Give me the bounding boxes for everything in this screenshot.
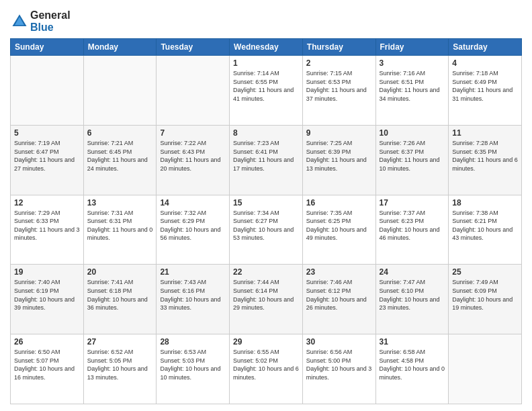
- cell-info: Sunrise: 6:52 AM Sunset: 5:05 PM Dayligh…: [87, 348, 153, 381]
- calendar-cell: 5Sunrise: 7:19 AM Sunset: 6:47 PM Daylig…: [11, 125, 84, 195]
- calendar-cell: 11Sunrise: 7:28 AM Sunset: 6:35 PM Dayli…: [449, 125, 522, 195]
- cell-info: Sunrise: 7:16 AM Sunset: 6:51 PM Dayligh…: [380, 69, 445, 103]
- cell-info: Sunrise: 7:15 AM Sunset: 6:53 PM Dayligh…: [306, 69, 372, 103]
- calendar-cell: 15Sunrise: 7:34 AM Sunset: 6:27 PM Dayli…: [230, 195, 303, 265]
- logo-text: General Blue: [30, 9, 71, 33]
- calendar-week-row: 5Sunrise: 7:19 AM Sunset: 6:47 PM Daylig…: [11, 125, 522, 195]
- day-number: 28: [160, 337, 226, 347]
- day-number: 9: [306, 128, 372, 138]
- calendar-cell: 27Sunrise: 6:52 AM Sunset: 5:05 PM Dayli…: [83, 334, 157, 404]
- weekday-header: Tuesday: [157, 39, 230, 56]
- cell-info: Sunrise: 7:49 AM Sunset: 6:09 PM Dayligh…: [452, 278, 518, 312]
- cell-info: Sunrise: 7:40 AM Sunset: 6:19 PM Dayligh…: [14, 278, 80, 312]
- cell-info: Sunrise: 7:19 AM Sunset: 6:47 PM Dayligh…: [14, 139, 80, 173]
- day-number: 23: [306, 267, 372, 277]
- cell-info: Sunrise: 6:56 AM Sunset: 5:00 PM Dayligh…: [306, 348, 372, 381]
- cell-info: Sunrise: 7:38 AM Sunset: 6:21 PM Dayligh…: [452, 209, 518, 242]
- cell-info: Sunrise: 6:50 AM Sunset: 5:07 PM Dayligh…: [14, 348, 80, 381]
- cell-info: Sunrise: 7:34 AM Sunset: 6:27 PM Dayligh…: [233, 209, 299, 242]
- calendar-cell: 7Sunrise: 7:22 AM Sunset: 6:43 PM Daylig…: [157, 125, 230, 195]
- cell-info: Sunrise: 7:21 AM Sunset: 6:45 PM Dayligh…: [87, 139, 153, 173]
- day-number: 15: [233, 198, 299, 208]
- day-number: 6: [87, 128, 153, 138]
- calendar-cell: 8Sunrise: 7:23 AM Sunset: 6:41 PM Daylig…: [230, 125, 303, 195]
- calendar-cell: 4Sunrise: 7:18 AM Sunset: 6:49 PM Daylig…: [449, 56, 522, 126]
- logo: General Blue: [10, 9, 71, 33]
- weekday-header: Sunday: [11, 39, 84, 56]
- cell-info: Sunrise: 7:35 AM Sunset: 6:25 PM Dayligh…: [306, 209, 372, 242]
- cell-info: Sunrise: 7:31 AM Sunset: 6:31 PM Dayligh…: [87, 209, 153, 242]
- day-number: 3: [380, 58, 445, 68]
- calendar-cell: 17Sunrise: 7:37 AM Sunset: 6:23 PM Dayli…: [375, 195, 449, 265]
- header: General Blue: [10, 7, 522, 33]
- calendar-cell: [157, 56, 230, 126]
- weekday-header: Saturday: [449, 39, 522, 56]
- cell-info: Sunrise: 7:32 AM Sunset: 6:29 PM Dayligh…: [160, 209, 226, 242]
- cell-info: Sunrise: 6:58 AM Sunset: 4:58 PM Dayligh…: [380, 348, 445, 381]
- calendar-cell: 22Sunrise: 7:44 AM Sunset: 6:14 PM Dayli…: [230, 265, 303, 334]
- cell-info: Sunrise: 7:22 AM Sunset: 6:43 PM Dayligh…: [160, 139, 226, 173]
- day-number: 24: [380, 267, 445, 277]
- cell-info: Sunrise: 7:47 AM Sunset: 6:10 PM Dayligh…: [380, 278, 445, 312]
- cell-info: Sunrise: 6:53 AM Sunset: 5:03 PM Dayligh…: [160, 348, 226, 381]
- calendar-cell: 26Sunrise: 6:50 AM Sunset: 5:07 PM Dayli…: [11, 334, 84, 404]
- day-number: 19: [14, 267, 80, 277]
- day-number: 10: [380, 128, 445, 138]
- weekday-header: Friday: [375, 39, 449, 56]
- cell-info: Sunrise: 7:18 AM Sunset: 6:49 PM Dayligh…: [452, 69, 518, 103]
- page: General Blue SundayMondayTuesdayWednesda…: [0, 0, 532, 411]
- calendar-cell: 2Sunrise: 7:15 AM Sunset: 6:53 PM Daylig…: [302, 56, 375, 126]
- calendar-cell: [449, 334, 522, 404]
- calendar-table: SundayMondayTuesdayWednesdayThursdayFrid…: [10, 38, 522, 404]
- day-number: 27: [87, 337, 153, 347]
- calendar-cell: 14Sunrise: 7:32 AM Sunset: 6:29 PM Dayli…: [157, 195, 230, 265]
- day-number: 30: [306, 337, 372, 347]
- calendar-cell: 16Sunrise: 7:35 AM Sunset: 6:25 PM Dayli…: [302, 195, 375, 265]
- cell-info: Sunrise: 7:43 AM Sunset: 6:16 PM Dayligh…: [160, 278, 226, 312]
- day-number: 21: [160, 267, 226, 277]
- day-number: 20: [87, 267, 153, 277]
- calendar-cell: 30Sunrise: 6:56 AM Sunset: 5:00 PM Dayli…: [302, 334, 375, 404]
- calendar-cell: 6Sunrise: 7:21 AM Sunset: 6:45 PM Daylig…: [83, 125, 157, 195]
- cell-info: Sunrise: 7:37 AM Sunset: 6:23 PM Dayligh…: [380, 209, 445, 242]
- cell-info: Sunrise: 7:44 AM Sunset: 6:14 PM Dayligh…: [233, 278, 299, 312]
- day-number: 14: [160, 198, 226, 208]
- day-number: 12: [14, 198, 80, 208]
- cell-info: Sunrise: 7:23 AM Sunset: 6:41 PM Dayligh…: [233, 139, 299, 173]
- calendar-cell: 10Sunrise: 7:26 AM Sunset: 6:37 PM Dayli…: [375, 125, 449, 195]
- calendar-cell: 25Sunrise: 7:49 AM Sunset: 6:09 PM Dayli…: [449, 265, 522, 334]
- calendar-cell: 13Sunrise: 7:31 AM Sunset: 6:31 PM Dayli…: [83, 195, 157, 265]
- day-number: 4: [452, 58, 518, 68]
- day-number: 7: [160, 128, 226, 138]
- calendar-week-row: 26Sunrise: 6:50 AM Sunset: 5:07 PM Dayli…: [11, 334, 522, 404]
- cell-info: Sunrise: 7:26 AM Sunset: 6:37 PM Dayligh…: [380, 139, 445, 173]
- calendar-cell: [11, 56, 84, 126]
- day-number: 1: [233, 58, 299, 68]
- calendar-cell: 28Sunrise: 6:53 AM Sunset: 5:03 PM Dayli…: [157, 334, 230, 404]
- calendar-cell: 12Sunrise: 7:29 AM Sunset: 6:33 PM Dayli…: [11, 195, 84, 265]
- day-number: 5: [14, 128, 80, 138]
- day-number: 29: [233, 337, 299, 347]
- logo-icon: [10, 12, 29, 31]
- cell-info: Sunrise: 7:25 AM Sunset: 6:39 PM Dayligh…: [306, 139, 372, 173]
- cell-info: Sunrise: 6:55 AM Sunset: 5:02 PM Dayligh…: [233, 348, 299, 381]
- weekday-header: Monday: [83, 39, 157, 56]
- calendar-cell: [83, 56, 157, 126]
- cell-info: Sunrise: 7:14 AM Sunset: 6:55 PM Dayligh…: [233, 69, 299, 103]
- weekday-header-row: SundayMondayTuesdayWednesdayThursdayFrid…: [11, 39, 522, 56]
- weekday-header: Wednesday: [230, 39, 303, 56]
- calendar-cell: 23Sunrise: 7:46 AM Sunset: 6:12 PM Dayli…: [302, 265, 375, 334]
- day-number: 26: [14, 337, 80, 347]
- calendar-cell: 20Sunrise: 7:41 AM Sunset: 6:18 PM Dayli…: [83, 265, 157, 334]
- cell-info: Sunrise: 7:29 AM Sunset: 6:33 PM Dayligh…: [14, 209, 80, 242]
- calendar-cell: 29Sunrise: 6:55 AM Sunset: 5:02 PM Dayli…: [230, 334, 303, 404]
- cell-info: Sunrise: 7:46 AM Sunset: 6:12 PM Dayligh…: [306, 278, 372, 312]
- calendar-week-row: 12Sunrise: 7:29 AM Sunset: 6:33 PM Dayli…: [11, 195, 522, 265]
- day-number: 31: [380, 337, 445, 347]
- day-number: 2: [306, 58, 372, 68]
- calendar-cell: 3Sunrise: 7:16 AM Sunset: 6:51 PM Daylig…: [375, 56, 449, 126]
- calendar-cell: 18Sunrise: 7:38 AM Sunset: 6:21 PM Dayli…: [449, 195, 522, 265]
- calendar-week-row: 19Sunrise: 7:40 AM Sunset: 6:19 PM Dayli…: [11, 265, 522, 334]
- calendar-cell: 9Sunrise: 7:25 AM Sunset: 6:39 PM Daylig…: [302, 125, 375, 195]
- day-number: 17: [380, 198, 445, 208]
